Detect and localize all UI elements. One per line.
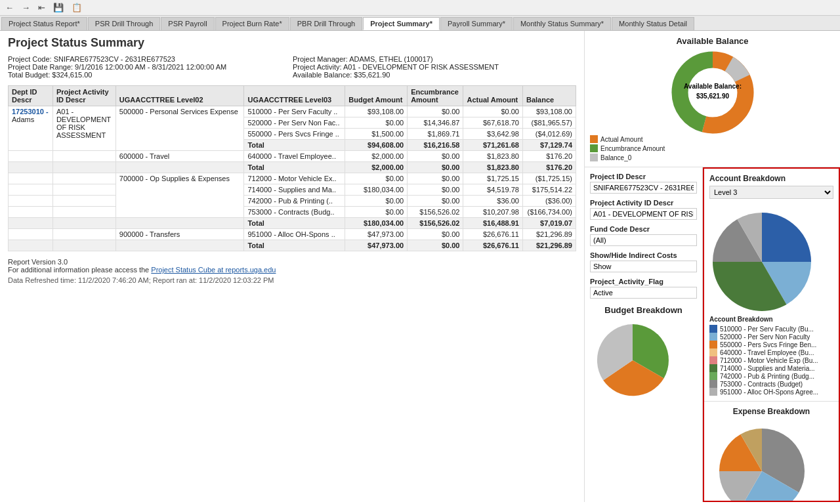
charts-area: Account Breakdown Level 3 [703,167,840,502]
expense-breakdown-chart [709,419,828,502]
actual-cell: $0.00 [463,106,522,117]
legend-color-encumbrance [590,144,598,152]
home-button[interactable]: ⇤ [35,1,48,14]
filter-panel: Project ID Descr Project Activity ID Des… [585,167,703,502]
tab-project-status-report[interactable]: Project Status Report* [1,17,87,30]
refresh-time: Data Refreshed time: 11/2/2020 7:46:20 A… [8,276,576,284]
account-breakdown-legend-title: Account Breakdown [709,316,833,323]
right-panel: Available Balance Available Balance: [584,31,840,502]
level03-cell: 753000 - Contracts (Budg.. [244,207,345,218]
balance-cell: $93,108.00 [522,106,576,117]
page-title: Project Status Summary [8,36,576,50]
legend-balance-label: Balance_0 [600,154,631,161]
table-row: 900000 - Transfers 951000 - Alloc OH-Spo… [9,229,576,240]
filter-show-hide-label: Show/Hide Indirect Costs [590,251,697,259]
filter-activity-id-input[interactable] [590,208,697,220]
available-balance-title: Available Balance [590,36,835,46]
level03-cell: 510000 - Per Serv Faculty .. [244,106,345,117]
legend-actual-label: Actual Amount [600,136,642,143]
account-breakdown-chart [709,203,828,314]
donut-legend: Actual Amount Encumbrance Amount Balance… [590,135,835,161]
save-button[interactable]: 💾 [51,1,66,14]
info-text: For additional information please access… [8,266,576,274]
col-level03: UGAACCTTREE Level03 [244,86,345,106]
filter-fund-code-input[interactable] [590,234,697,246]
col-budget: Budget Amount [345,86,408,106]
level03-cell: 714000 - Supplies and Ma.. [244,184,345,196]
expense-breakdown-panel: Expense Breakdown [704,401,839,502]
tab-psr-drill-through[interactable]: PSR Drill Through [88,17,160,30]
tab-monthly-status-detail[interactable]: Monthly Status Detail [612,17,694,30]
level03-total: Total [244,140,345,151]
col-dept-id: Dept IDDescr [9,86,53,106]
toolbar: ← → ⇤ 💾 📋 [0,0,840,16]
legend-color-balance [590,154,598,161]
filter-activity-id-label: Project Activity ID Descr [590,199,697,207]
tab-project-burn-rate[interactable]: Project Burn Rate* [215,17,289,30]
filter-project-id-label: Project ID Descr [590,173,697,180]
account-breakdown-dropdown[interactable]: Level 3 [709,186,833,199]
tab-pbr-drill-through[interactable]: PBR Drill Through [290,17,362,30]
col-actual: Actual Amount [463,86,522,106]
table-row: 600000 - Travel 640000 - Travel Employee… [9,151,576,162]
filter-show-hide-input[interactable] [590,261,697,272]
table-row: 753000 - Contracts (Budg.. $0.00 $156,52… [9,207,576,218]
svg-text:Available Balance:: Available Balance: [683,83,741,90]
account-breakdown-panel: Account Breakdown Level 3 [704,169,839,401]
project-activity: Project Activity: A01 - DEVELOPMENT OF R… [293,63,576,71]
donut-chart: Available Balance: $35,621.90 [590,50,835,135]
filter-project-id-input[interactable] [590,182,697,194]
level02-cell: 900000 - Transfers [116,229,244,240]
activity-cell: A01 -DEVELOPMENTOF RISKASSESSMENT [52,106,116,151]
col-encumbrance: EncumbranceAmount [408,86,463,106]
table-row-total: Total $180,034.00 $156,526.02 $16,488.91… [9,218,576,229]
table-row: 742000 - Pub & Printing (.. $0.00 $0.00 … [9,196,576,207]
report-version: Report Version 3.0 [8,258,576,266]
tab-project-summary[interactable]: Project Summary* [363,17,440,30]
tab-monthly-status-summary[interactable]: Monthly Status Summary* [513,17,611,30]
footer: Report Version 3.0 For additional inform… [8,258,576,284]
col-level02: UGAACCTTREE Level02 [116,86,244,106]
project-manager: Project Manager: ADAMS, ETHEL (100017) [293,55,576,63]
legend-encumbrance-label: Encumbrance Amount [600,145,665,152]
level02-cell: 600000 - Travel [116,151,244,162]
total-budget: Total Budget: $324,615.00 [8,71,291,79]
available-balance-chart: Available Balance Available Balance: [585,31,840,167]
forward-button[interactable]: → [19,1,33,14]
level03-cell: 640000 - Travel Employee.. [244,151,345,162]
level03-cell: 550000 - Pers Svcs Fringe .. [244,129,345,140]
level03-cell: 742000 - Pub & Printing (.. [244,196,345,207]
back-button[interactable]: ← [3,1,16,14]
available-balance-info: Available Balance: $35,621.90 [293,71,576,79]
encumbrance-cell: $0.00 [408,106,463,117]
filter-fund-code-label: Fund Code Descr [590,225,697,233]
project-info: Project Code: SNIFARE677523CV - 2631RE67… [8,55,576,79]
svg-text:$35,621.90: $35,621.90 [696,93,728,100]
budget-breakdown-title: Budget Breakdown [590,305,697,315]
legend-color-actual [590,135,598,143]
activity-cell [52,151,116,162]
project-cube-link[interactable]: Project Status Cube at reports.uga.edu [151,266,276,274]
table-row-total: Total $47,973.00 $0.00 $26,676.11 $21,29… [9,240,576,251]
copy-button[interactable]: 📋 [69,1,85,14]
budget-breakdown-chart [590,318,682,396]
project-date-range: Project Date Range: 9/1/2016 12:00:00 AM… [8,63,291,71]
main-content: Project Status Summary Project Code: SNI… [0,31,840,502]
level03-cell: 712000 - Motor Vehicle Ex.. [244,173,345,184]
table-row: 700000 - Op Supplies & Expenses 712000 -… [9,173,576,184]
budget-cell: $93,108.00 [345,106,408,117]
level03-cell: 951000 - Alloc OH-Spons .. [244,229,345,240]
table-row: 17253010 -Adams A01 -DEVELOPMENTOF RISKA… [9,106,576,117]
left-panel: Project Status Summary Project Code: SNI… [0,31,584,502]
dept-id-cell [9,151,53,162]
level02-cell: 700000 - Op Supplies & Expenses [116,173,244,218]
table-row: 714000 - Supplies and Ma.. $180,034.00 $… [9,184,576,196]
tab-psr-payroll[interactable]: PSR Payroll [161,17,214,30]
col-balance: Balance [522,86,576,106]
tab-bar: Project Status Report* PSR Drill Through… [0,16,840,31]
level03-cell: 520000 - Per Serv Non Fac.. [244,117,345,129]
filter-activity-flag-input[interactable] [590,287,697,299]
tab-payroll-summary[interactable]: Payroll Summary* [440,17,513,30]
data-table: Dept IDDescr Project ActivityID Descr UG… [8,85,576,251]
col-project-activity-id: Project ActivityID Descr [52,86,116,106]
